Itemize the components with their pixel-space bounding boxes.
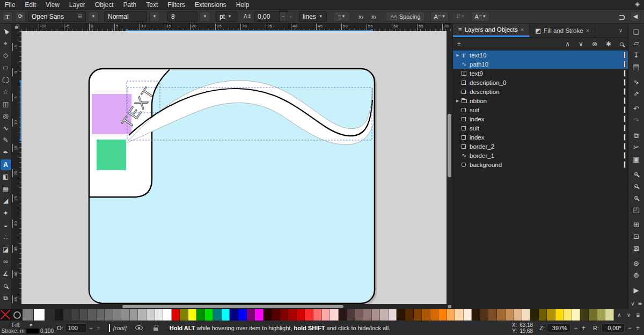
layer-row-border_1[interactable]: ∿border_1 bbox=[453, 151, 628, 160]
pencil-tool[interactable]: ✎ bbox=[1, 135, 11, 145]
zoom-field[interactable]: 397% bbox=[547, 323, 570, 332]
gray-swatch[interactable] bbox=[23, 309, 34, 321]
superscript-button[interactable]: xy bbox=[356, 11, 367, 22]
palette-swatch-61[interactable] bbox=[564, 309, 572, 321]
bucket-fill-tool[interactable]: ◒ bbox=[1, 220, 11, 231]
palette-swatch-44[interactable] bbox=[422, 309, 430, 321]
palette-swatch-27[interactable] bbox=[280, 309, 289, 321]
layer-highlight-chip[interactable] bbox=[624, 152, 626, 159]
layer-row-text9[interactable]: Ttext9 bbox=[453, 69, 628, 78]
palette-swatch-58[interactable] bbox=[539, 309, 547, 321]
box3d-tool[interactable]: ◫ bbox=[1, 99, 11, 110]
group-button[interactable]: ⊛ bbox=[631, 259, 642, 268]
line-height-value[interactable]: 0,00 bbox=[254, 11, 280, 22]
palette-swatch-56[interactable] bbox=[522, 309, 531, 321]
layer-row-path10[interactable]: ∿path10 bbox=[453, 60, 628, 69]
palette-swatch-60[interactable] bbox=[555, 309, 564, 321]
spiral-tool[interactable]: ◎ bbox=[1, 111, 11, 121]
palette-swatch-28[interactable] bbox=[288, 309, 297, 321]
zoom-decrease-button[interactable]: − bbox=[573, 324, 579, 332]
more-commands-button[interactable]: ▶ bbox=[631, 286, 642, 295]
palette-swatch-65[interactable] bbox=[597, 309, 606, 321]
palette-swatch-6[interactable] bbox=[105, 309, 113, 321]
font-family-dropdown-button[interactable]: ▼ bbox=[88, 11, 99, 22]
white-swatch[interactable] bbox=[34, 309, 45, 321]
letter-spacing-dropdown[interactable]: A≡ ▼ bbox=[430, 11, 449, 22]
eraser-tool[interactable]: ◪ bbox=[1, 244, 11, 255]
duplicate-button[interactable]: ⊞ bbox=[631, 220, 642, 229]
menu-text[interactable]: Text bbox=[141, 0, 163, 10]
palette-swatch-7[interactable] bbox=[113, 309, 122, 321]
snap-toggle-icon[interactable] bbox=[619, 14, 625, 20]
cms-toggle-icon[interactable] bbox=[447, 304, 452, 309]
palette-swatch-46[interactable] bbox=[438, 309, 447, 321]
palette-swatch-25[interactable] bbox=[264, 309, 272, 321]
palette-swatch-17[interactable] bbox=[196, 309, 205, 321]
line-height-unit-select[interactable]: lines▼ bbox=[299, 11, 327, 22]
font-size-select[interactable]: 8 bbox=[167, 11, 197, 22]
menu-help[interactable]: Help bbox=[231, 0, 254, 10]
palette-swatch-39[interactable] bbox=[380, 309, 389, 321]
palette-swatch-57[interactable] bbox=[530, 309, 539, 321]
layer-highlight-chip[interactable] bbox=[624, 88, 626, 95]
subscript-button[interactable]: xy bbox=[369, 11, 379, 22]
layer-visibility-icon[interactable] bbox=[135, 325, 143, 330]
layer-highlight-chip[interactable] bbox=[624, 125, 626, 132]
no-color-swatch[interactable] bbox=[0, 309, 11, 321]
layer-lock-icon[interactable] bbox=[153, 327, 158, 331]
dock-overflow-chevron-icon[interactable]: ∨ bbox=[613, 24, 628, 37]
font-size-dropdown-button[interactable]: ▼ bbox=[200, 11, 210, 22]
palette-swatch-31[interactable] bbox=[313, 309, 322, 321]
palette-swatch-42[interactable] bbox=[405, 309, 414, 321]
layer-highlight-chip[interactable] bbox=[624, 134, 626, 141]
palette-swatch-12[interactable] bbox=[155, 309, 164, 321]
palette-swatch-63[interactable] bbox=[580, 309, 589, 321]
layer-row-suit[interactable]: suit bbox=[453, 105, 628, 114]
line-height-decrease-button[interactable]: − bbox=[280, 11, 287, 22]
paste-button[interactable]: ▣ bbox=[631, 155, 642, 164]
line-height-increase-button[interactable]: + bbox=[287, 11, 295, 22]
star-tool[interactable]: ☆ bbox=[1, 86, 11, 97]
palette-menu-icon[interactable]: ≡ bbox=[636, 311, 640, 319]
copy-button[interactable]: ⧉ bbox=[631, 131, 642, 140]
menu-filters[interactable]: Filters bbox=[163, 0, 190, 10]
rotation-field[interactable]: 0,00° bbox=[601, 323, 625, 332]
kerning-dropdown[interactable]: ⇵ ▼ bbox=[451, 11, 469, 22]
settings-button[interactable]: ✱ bbox=[606, 40, 611, 48]
ruler-corner[interactable] bbox=[12, 24, 21, 31]
horizontal-scrollbar-thumb[interactable] bbox=[122, 305, 343, 308]
horizontal-scrollbar[interactable] bbox=[21, 304, 447, 309]
palette-swatch-37[interactable] bbox=[363, 309, 372, 321]
size-unit-select[interactable]: pt▼ bbox=[216, 11, 237, 22]
move-down-button[interactable]: ∨ bbox=[579, 40, 583, 48]
layer-row-description[interactable]: description bbox=[453, 87, 628, 96]
tweak-tool[interactable]: ✦ bbox=[1, 208, 11, 219]
palette-swatch-43[interactable] bbox=[414, 309, 422, 321]
palette-swatch-0[interactable] bbox=[55, 309, 63, 321]
palette-swatch-26[interactable] bbox=[272, 309, 280, 321]
menu-edit[interactable]: Edit bbox=[20, 0, 41, 10]
layer-row-border_2[interactable]: border_2 bbox=[453, 142, 628, 151]
layer-highlight-chip[interactable] bbox=[624, 161, 626, 168]
layer-row-suit[interactable]: suit bbox=[453, 123, 628, 133]
layer-row-index[interactable]: index bbox=[453, 133, 628, 142]
palette-swatch-41[interactable] bbox=[397, 309, 405, 321]
palette-swatch-33[interactable] bbox=[330, 309, 339, 321]
palette-swatch-51[interactable] bbox=[480, 309, 489, 321]
commandbar-collapse-icon[interactable]: ∨ bbox=[631, 301, 634, 307]
palette-swatch-32[interactable] bbox=[322, 309, 331, 321]
palette-swatch-36[interactable] bbox=[355, 309, 364, 321]
unlink-clone-button[interactable]: ⊠ bbox=[631, 244, 642, 253]
tab-fill-and-stroke[interactable]: ◩ Fill and Stroke × bbox=[530, 24, 595, 37]
export-button[interactable]: ⇗ bbox=[631, 89, 642, 98]
vertical-ruler[interactable]: -5051015202530354045 bbox=[12, 31, 21, 304]
palette-swatch-40[interactable] bbox=[389, 309, 397, 321]
menu-path[interactable]: Path bbox=[119, 0, 142, 10]
palette-swatch-34[interactable] bbox=[339, 309, 347, 321]
menu-file[interactable]: File bbox=[0, 0, 20, 10]
import-button[interactable]: ⇘ bbox=[631, 77, 642, 86]
pages-tool[interactable]: ⧉ bbox=[1, 293, 11, 303]
guide-lock-icon[interactable] bbox=[15, 26, 18, 29]
cut-button[interactable]: ✂ bbox=[631, 143, 642, 152]
open-document-button[interactable]: ▱ bbox=[631, 39, 642, 48]
